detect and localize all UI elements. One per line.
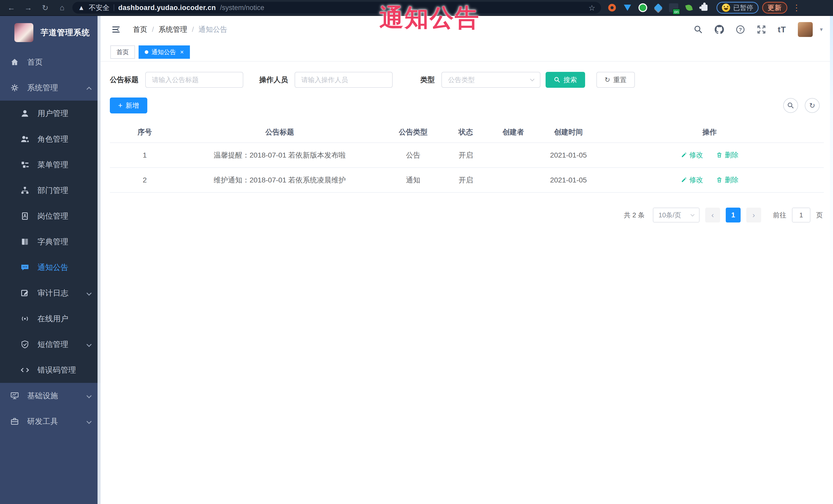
table-tools: ↻ — [783, 98, 820, 113]
goto-page-input[interactable] — [792, 208, 810, 222]
current-page-button[interactable]: 1 — [726, 208, 741, 222]
type-select-placeholder: 公告类型 — [448, 75, 475, 85]
sidebar-item-sms[interactable]: 短信管理 — [0, 332, 101, 357]
extension-gem-icon[interactable] — [653, 3, 663, 13]
help-icon[interactable]: ? — [736, 25, 745, 34]
sidebar-logo-row[interactable]: 芋道管理系统 — [0, 16, 101, 49]
pagination-total: 共 2 条 — [624, 211, 645, 220]
edit-link[interactable]: 修改 — [681, 150, 703, 160]
sidebar-item-roles[interactable]: 角色管理 — [0, 126, 101, 152]
collapse-sidebar-icon[interactable] — [111, 24, 122, 34]
cell-actions: 修改 删除 — [595, 143, 824, 168]
sidebar-item-home[interactable]: 首页 — [0, 49, 101, 75]
sidebar-item-posts[interactable]: 岗位管理 — [0, 203, 101, 229]
sidebar-item-error-codes[interactable]: 错误码管理 — [0, 357, 101, 383]
add-button[interactable]: + 新增 — [110, 97, 147, 114]
sidebar-item-online-users[interactable]: 在线用户 — [0, 306, 101, 332]
table-row: 2 维护通知：2018-07-01 若依系统凌晨维护 通知 开启 2021-01… — [110, 168, 824, 192]
reset-button[interactable]: ↻ 重置 — [596, 72, 635, 88]
sidebar-item-label: 用户管理 — [38, 108, 68, 119]
table-row: 1 温馨提醒：2018-07-01 若依新版本发布啦 公告 开启 2021-01… — [110, 143, 824, 168]
extension-green-icon[interactable] — [638, 3, 648, 13]
browser-home-icon[interactable]: ⌂ — [55, 2, 69, 13]
close-tab-icon[interactable]: × — [180, 48, 184, 56]
breadcrumb-system[interactable]: 系统管理 — [159, 25, 187, 34]
font-size-icon[interactable]: tT — [778, 25, 786, 34]
breadcrumb-home[interactable]: 首页 — [133, 25, 147, 34]
goto-label: 前往 — [773, 211, 786, 220]
type-filter-select[interactable]: 公告类型 — [442, 72, 541, 88]
avatar-caret-icon[interactable]: ▾ — [820, 26, 823, 33]
fullscreen-icon[interactable] — [757, 25, 766, 34]
code-icon — [20, 365, 30, 375]
extensions-puzzle-icon[interactable] — [699, 3, 709, 13]
sidebar-item-departments[interactable]: 部门管理 — [0, 177, 101, 203]
cell-status: 开启 — [447, 143, 485, 168]
prev-page-button[interactable]: ‹ — [705, 208, 720, 222]
page-content: 公告标题 操作人员 类型 公告类型 搜索 ↻ 重置 — [101, 62, 833, 222]
app-logo — [15, 23, 33, 42]
search-button[interactable]: 搜索 — [546, 72, 585, 88]
security-warning-icon: ▲ — [78, 4, 85, 12]
operator-filter-input[interactable] — [294, 72, 392, 88]
edit-link-label: 修改 — [689, 150, 703, 160]
sidebar-item-label: 通知公告 — [38, 262, 68, 273]
browser-back-icon[interactable]: ← — [5, 2, 18, 13]
col-actions: 操作 — [595, 122, 824, 143]
show-search-toggle-button[interactable] — [783, 98, 798, 113]
col-created: 创建时间 — [542, 122, 595, 143]
extension-orange-icon[interactable] — [607, 3, 617, 13]
next-page-button[interactable]: › — [746, 208, 761, 222]
extension-leaf-icon[interactable] — [684, 3, 694, 13]
sidebar-item-notices[interactable]: 通知公告 — [0, 255, 101, 280]
page-size-value: 10条/页 — [659, 211, 681, 220]
plus-icon: + — [118, 101, 123, 110]
sidebar-item-system[interactable]: 系统管理 — [0, 75, 101, 101]
sidebar-item-infrastructure[interactable]: 基础设施 — [0, 383, 101, 409]
browser-profile-chip[interactable]: 已暂停 — [716, 2, 759, 14]
title-filter-label: 公告标题 — [110, 75, 139, 85]
security-label: 不安全 — [89, 3, 110, 12]
browser-forward-icon[interactable]: → — [22, 2, 35, 13]
col-title: 公告标题 — [180, 122, 380, 143]
search-icon[interactable] — [694, 25, 703, 34]
sidebar-item-dictionary[interactable]: 字典管理 — [0, 229, 101, 255]
sidebar-item-label: 字典管理 — [38, 237, 68, 247]
sidebar-item-menus[interactable]: 菜单管理 — [0, 152, 101, 177]
shield-icon — [20, 339, 30, 349]
trash-icon — [716, 152, 723, 158]
browser-update-button[interactable]: 更新 — [762, 2, 787, 14]
org-chart-icon — [20, 186, 30, 195]
refresh-table-button[interactable]: ↻ — [805, 98, 820, 113]
bookmark-star-icon[interactable]: ☆ — [589, 3, 595, 12]
user-avatar[interactable] — [798, 22, 813, 37]
search-icon — [787, 102, 794, 109]
edit-link[interactable]: 修改 — [681, 175, 703, 185]
tab-home[interactable]: 首页 — [110, 45, 135, 59]
extension-switch-icon[interactable]: on — [669, 3, 679, 13]
title-filter-input[interactable] — [145, 72, 243, 88]
sidebar-item-users[interactable]: 用户管理 — [0, 101, 101, 126]
tab-notices[interactable]: 通知公告 × — [139, 45, 190, 59]
delete-link[interactable]: 删除 — [716, 175, 739, 185]
window-scrollbar[interactable] — [830, 16, 833, 504]
extension-drop-icon[interactable] — [623, 3, 632, 13]
type-filter-label: 类型 — [420, 75, 435, 85]
table-toolbar: + 新增 ↻ — [110, 97, 823, 114]
browser-refresh-icon[interactable]: ↻ — [39, 2, 52, 13]
chevron-down-icon — [87, 391, 91, 400]
address-bar[interactable]: ▲ 不安全 dashboard.yudao.iocoder.cn/system/… — [72, 2, 601, 14]
page-size-select[interactable]: 10条/页 — [653, 208, 699, 222]
url-path: /system/notice — [220, 4, 264, 12]
page-watermark-title: 通知公告 — [379, 2, 480, 34]
online-signal-icon — [20, 314, 30, 323]
cell-actions: 修改 删除 — [595, 168, 824, 192]
browser-menu-icon[interactable]: ⋮ — [792, 3, 801, 13]
sidebar-item-dev-tools[interactable]: 研发工具 — [0, 409, 101, 434]
url-host: dashboard.yudao.iocoder.cn — [118, 4, 216, 12]
github-icon[interactable] — [715, 25, 724, 34]
cell-index: 1 — [110, 143, 180, 168]
delete-link[interactable]: 删除 — [716, 150, 739, 160]
search-button-icon — [554, 76, 561, 83]
sidebar-item-audit-log[interactable]: 审计日志 — [0, 280, 101, 306]
